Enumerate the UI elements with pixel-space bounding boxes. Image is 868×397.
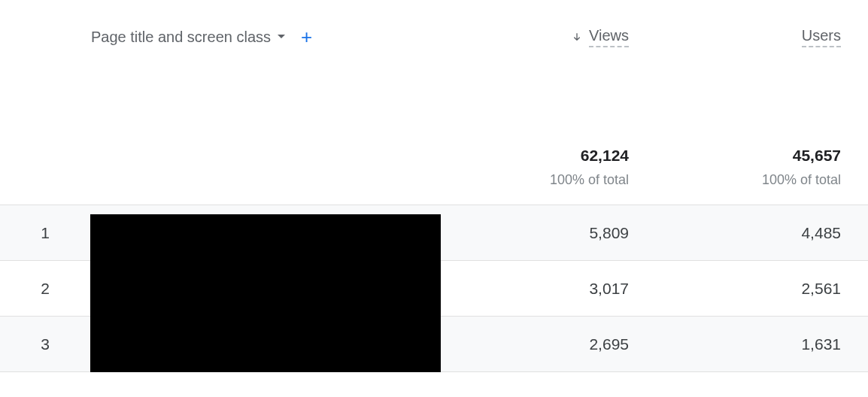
arrow-down-icon	[571, 32, 583, 44]
table-row[interactable]: 1 5,809 4,485	[0, 205, 868, 261]
total-users-value: 45,657	[657, 147, 841, 165]
row-users: 1,631	[656, 317, 868, 372]
row-users: 4,485	[656, 205, 868, 261]
row-dimension	[90, 261, 444, 317]
row-index: 3	[0, 317, 90, 372]
row-index: 1	[0, 205, 90, 261]
dimension-label[interactable]: Page title and screen class	[91, 29, 271, 46]
row-views: 5,809	[444, 205, 656, 261]
row-views: 3,017	[444, 261, 656, 317]
caret-down-icon[interactable]	[277, 34, 286, 40]
analytics-table: Page title and screen class + Views User…	[0, 0, 868, 372]
header-row: Page title and screen class + Views User…	[0, 0, 868, 56]
table-row[interactable]: 3 2,695 1,631	[0, 317, 868, 372]
dimension-header: Page title and screen class +	[91, 27, 443, 47]
table-row[interactable]: 2 3,017 2,561	[0, 261, 868, 317]
row-dimension	[90, 317, 444, 372]
metric-label-views: Views	[589, 27, 629, 47]
total-users-sub: 100% of total	[657, 172, 841, 188]
metric-header-views[interactable]: Views	[571, 27, 629, 47]
metric-label-users: Users	[802, 27, 841, 47]
row-views: 2,695	[444, 317, 656, 372]
plus-icon[interactable]: +	[301, 27, 312, 47]
total-views-sub: 100% of total	[445, 172, 629, 188]
row-users: 2,561	[656, 261, 868, 317]
total-views-value: 62,124	[445, 147, 629, 165]
row-index: 2	[0, 261, 90, 317]
row-dimension	[90, 205, 444, 261]
metric-header-users[interactable]: Users	[802, 27, 841, 47]
totals-row: 62,124 100% of total 45,657 100% of tota…	[0, 56, 868, 205]
